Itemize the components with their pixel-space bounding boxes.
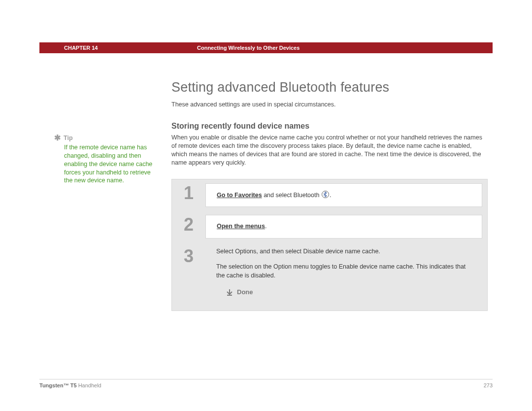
steps-container: 1 Go to Favorites and select Bluetooth .… xyxy=(171,179,488,311)
section-title: Storing recently found device names xyxy=(171,122,488,131)
bluetooth-icon xyxy=(322,191,329,198)
tip-body: If the remote device name has changed, d… xyxy=(54,143,157,185)
done-indicator: Done xyxy=(216,280,471,306)
done-label: Done xyxy=(237,288,253,297)
step-row: 3 Select Options, and then select Disabl… xyxy=(172,242,487,311)
page-footer: Tungsten™ T5 Handheld 273 xyxy=(39,379,493,388)
open-menus-link[interactable]: Open the menus xyxy=(217,223,265,230)
asterisk-icon: ✱ xyxy=(54,134,61,142)
favorites-link[interactable]: Go to Favorites xyxy=(217,192,262,199)
product-bold: Tungsten™ T5 xyxy=(39,382,77,388)
header-bar: CHAPTER 14 Connecting Wirelessly to Othe… xyxy=(39,42,493,53)
tip-heading: ✱ Tip xyxy=(54,134,157,142)
step3-p2: The selection on the Option menu toggles… xyxy=(216,263,471,280)
step-number: 3 xyxy=(172,242,205,311)
main-content: Setting advanced Bluetooth features Thes… xyxy=(171,80,493,311)
tip-sidebar: ✱ Tip If the remote device name has chan… xyxy=(39,80,171,311)
step-body: Open the menus. xyxy=(205,215,482,239)
chapter-label: CHAPTER 14 xyxy=(39,45,197,51)
tip-label: Tip xyxy=(64,134,73,142)
step1-rest: and select Bluetooth xyxy=(262,192,321,199)
step2-tail: . xyxy=(265,223,266,230)
intro-text: These advanced settings are used in spec… xyxy=(171,101,488,108)
step-body: Go to Favorites and select Bluetooth . xyxy=(205,183,482,207)
step-row: 1 Go to Favorites and select Bluetooth . xyxy=(172,179,487,211)
step-number: 1 xyxy=(172,179,205,211)
page-number: 273 xyxy=(484,382,493,388)
product-rest: Handheld xyxy=(77,382,101,388)
step3-p1: Select Options, and then select Disable … xyxy=(216,247,471,256)
step-row: 2 Open the menus. xyxy=(172,211,487,242)
step1-tail: . xyxy=(330,192,331,199)
step-body: Select Options, and then select Disable … xyxy=(205,242,482,311)
chapter-topic: Connecting Wirelessly to Other Devices xyxy=(197,45,299,51)
down-arrow-icon xyxy=(226,289,233,296)
product-name: Tungsten™ T5 Handheld xyxy=(39,382,101,388)
step-number: 2 xyxy=(172,211,205,242)
page-title: Setting advanced Bluetooth features xyxy=(171,80,488,95)
section-body: When you enable or disable the device na… xyxy=(171,134,488,167)
